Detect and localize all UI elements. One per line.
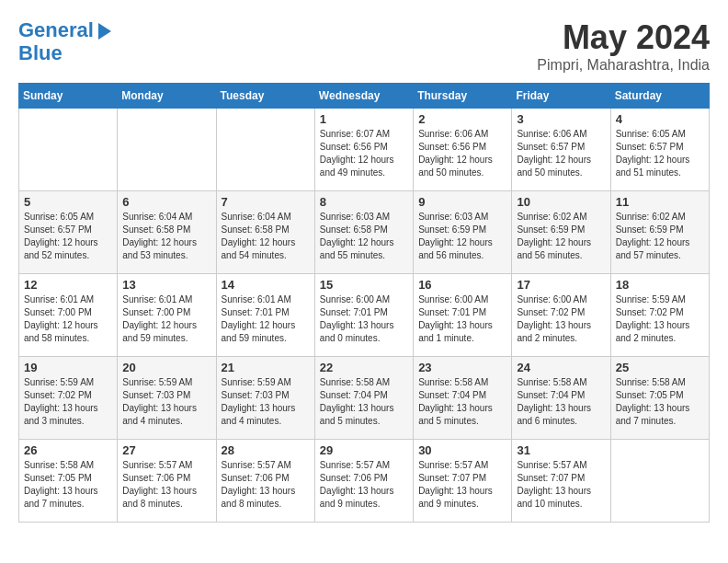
day-number: 27	[122, 443, 210, 457]
day-info: Sunrise: 6:03 AM Sunset: 6:59 PM Dayligh…	[418, 211, 506, 262]
day-number: 25	[616, 361, 704, 374]
calendar-empty-cell	[610, 440, 709, 523]
day-info: Sunrise: 6:04 AM Sunset: 6:58 PM Dayligh…	[122, 211, 210, 262]
logo: General Blue	[18, 18, 111, 65]
calendar-day-12: 12Sunrise: 6:01 AM Sunset: 7:00 PM Dayli…	[19, 274, 118, 357]
page-header: General Blue May 2024 Pimpri, Maharashtr…	[18, 18, 710, 74]
day-number: 13	[122, 278, 210, 292]
day-info: Sunrise: 5:59 AM Sunset: 7:02 PM Dayligh…	[616, 293, 704, 345]
day-number: 4	[616, 112, 704, 126]
day-info: Sunrise: 5:57 AM Sunset: 7:07 PM Dayligh…	[418, 459, 506, 511]
calendar-day-16: 16Sunrise: 6:00 AM Sunset: 7:01 PM Dayli…	[414, 274, 512, 357]
day-number: 16	[418, 278, 506, 292]
header-day-saturday: Saturday	[610, 84, 709, 109]
calendar-day-10: 10Sunrise: 6:02 AM Sunset: 6:59 PM Dayli…	[512, 191, 610, 274]
day-number: 6	[122, 195, 210, 209]
header-day-sunday: Sunday	[19, 84, 118, 109]
location-text: Pimpri, Maharashtra, India	[537, 57, 710, 74]
day-number: 12	[24, 278, 112, 292]
day-info: Sunrise: 5:59 AM Sunset: 7:02 PM Dayligh…	[24, 376, 112, 428]
calendar-day-20: 20Sunrise: 5:59 AM Sunset: 7:03 PM Dayli…	[118, 357, 216, 440]
day-info: Sunrise: 5:57 AM Sunset: 7:06 PM Dayligh…	[122, 459, 210, 511]
day-number: 3	[517, 112, 605, 126]
calendar-day-4: 4Sunrise: 6:05 AM Sunset: 6:57 PM Daylig…	[610, 109, 709, 191]
day-number: 11	[616, 195, 704, 209]
day-number: 23	[418, 361, 506, 374]
day-info: Sunrise: 6:07 AM Sunset: 6:56 PM Dayligh…	[320, 128, 408, 179]
calendar-day-17: 17Sunrise: 6:00 AM Sunset: 7:02 PM Dayli…	[512, 274, 610, 357]
day-number: 14	[222, 278, 310, 292]
calendar-day-31: 31Sunrise: 5:57 AM Sunset: 7:07 PM Dayli…	[512, 440, 610, 523]
calendar-day-30: 30Sunrise: 5:57 AM Sunset: 7:07 PM Dayli…	[414, 440, 512, 523]
day-info: Sunrise: 6:01 AM Sunset: 7:00 PM Dayligh…	[24, 293, 112, 345]
day-number: 18	[616, 278, 704, 292]
calendar-day-1: 1Sunrise: 6:07 AM Sunset: 6:56 PM Daylig…	[314, 109, 413, 191]
logo-arrow-icon	[98, 23, 111, 40]
calendar-week-row: 12Sunrise: 6:01 AM Sunset: 7:00 PM Dayli…	[19, 274, 710, 357]
day-info: Sunrise: 5:57 AM Sunset: 7:06 PM Dayligh…	[320, 459, 408, 511]
calendar-day-6: 6Sunrise: 6:04 AM Sunset: 6:58 PM Daylig…	[118, 191, 216, 274]
day-info: Sunrise: 6:02 AM Sunset: 6:59 PM Dayligh…	[616, 211, 704, 262]
calendar-week-row: 5Sunrise: 6:05 AM Sunset: 6:57 PM Daylig…	[19, 191, 710, 274]
calendar-day-2: 2Sunrise: 6:06 AM Sunset: 6:56 PM Daylig…	[414, 109, 512, 191]
day-number: 9	[418, 195, 506, 209]
calendar-day-9: 9Sunrise: 6:03 AM Sunset: 6:59 PM Daylig…	[414, 191, 512, 274]
day-number: 22	[320, 361, 408, 374]
day-number: 24	[517, 361, 605, 374]
calendar-day-19: 19Sunrise: 5:59 AM Sunset: 7:02 PM Dayli…	[19, 357, 118, 440]
day-number: 2	[418, 112, 506, 126]
calendar-table: SundayMondayTuesdayWednesdayThursdayFrid…	[18, 83, 710, 523]
header-day-wednesday: Wednesday	[314, 84, 413, 109]
day-info: Sunrise: 6:00 AM Sunset: 7:02 PM Dayligh…	[517, 293, 605, 345]
day-info: Sunrise: 5:58 AM Sunset: 7:04 PM Dayligh…	[517, 376, 605, 428]
day-info: Sunrise: 5:58 AM Sunset: 7:05 PM Dayligh…	[616, 376, 704, 428]
calendar-day-14: 14Sunrise: 6:01 AM Sunset: 7:01 PM Dayli…	[216, 274, 314, 357]
day-number: 1	[320, 112, 408, 126]
calendar-empty-cell	[118, 109, 216, 191]
calendar-day-28: 28Sunrise: 5:57 AM Sunset: 7:06 PM Dayli…	[216, 440, 314, 523]
calendar-week-row: 26Sunrise: 5:58 AM Sunset: 7:05 PM Dayli…	[19, 440, 710, 523]
logo-blue: Blue	[18, 41, 111, 64]
day-info: Sunrise: 5:59 AM Sunset: 7:03 PM Dayligh…	[122, 376, 210, 428]
day-info: Sunrise: 5:59 AM Sunset: 7:03 PM Dayligh…	[222, 376, 310, 428]
day-info: Sunrise: 6:00 AM Sunset: 7:01 PM Dayligh…	[418, 293, 506, 345]
calendar-header-row: SundayMondayTuesdayWednesdayThursdayFrid…	[19, 84, 710, 109]
day-number: 20	[122, 361, 210, 374]
day-info: Sunrise: 6:00 AM Sunset: 7:01 PM Dayligh…	[320, 293, 408, 345]
calendar-empty-cell	[19, 109, 118, 191]
day-number: 10	[517, 195, 605, 209]
calendar-day-18: 18Sunrise: 5:59 AM Sunset: 7:02 PM Dayli…	[610, 274, 709, 357]
header-day-friday: Friday	[512, 84, 610, 109]
header-day-thursday: Thursday	[414, 84, 512, 109]
calendar-day-25: 25Sunrise: 5:58 AM Sunset: 7:05 PM Dayli…	[610, 357, 709, 440]
logo-general: General	[18, 18, 94, 41]
calendar-day-7: 7Sunrise: 6:04 AM Sunset: 6:58 PM Daylig…	[216, 191, 314, 274]
month-title: May 2024	[537, 18, 710, 57]
calendar-day-11: 11Sunrise: 6:02 AM Sunset: 6:59 PM Dayli…	[610, 191, 709, 274]
day-info: Sunrise: 6:03 AM Sunset: 6:58 PM Dayligh…	[320, 211, 408, 262]
day-number: 17	[517, 278, 605, 292]
calendar-day-23: 23Sunrise: 5:58 AM Sunset: 7:04 PM Dayli…	[414, 357, 512, 440]
day-info: Sunrise: 6:05 AM Sunset: 6:57 PM Dayligh…	[616, 128, 704, 179]
day-number: 26	[24, 443, 112, 457]
calendar-day-26: 26Sunrise: 5:58 AM Sunset: 7:05 PM Dayli…	[19, 440, 118, 523]
calendar-day-8: 8Sunrise: 6:03 AM Sunset: 6:58 PM Daylig…	[314, 191, 413, 274]
day-info: Sunrise: 5:57 AM Sunset: 7:06 PM Dayligh…	[222, 459, 310, 511]
day-number: 30	[418, 443, 506, 457]
logo-text: General	[18, 18, 94, 41]
day-number: 7	[222, 195, 310, 209]
day-info: Sunrise: 5:58 AM Sunset: 7:04 PM Dayligh…	[320, 376, 408, 428]
day-info: Sunrise: 5:58 AM Sunset: 7:05 PM Dayligh…	[24, 459, 112, 511]
calendar-empty-cell	[216, 109, 314, 191]
day-info: Sunrise: 6:01 AM Sunset: 7:00 PM Dayligh…	[122, 293, 210, 345]
day-number: 19	[24, 361, 112, 374]
calendar-day-15: 15Sunrise: 6:00 AM Sunset: 7:01 PM Dayli…	[314, 274, 413, 357]
day-number: 21	[222, 361, 310, 374]
day-info: Sunrise: 6:02 AM Sunset: 6:59 PM Dayligh…	[517, 211, 605, 262]
title-block: May 2024 Pimpri, Maharashtra, India	[537, 18, 710, 74]
day-number: 15	[320, 278, 408, 292]
calendar-day-22: 22Sunrise: 5:58 AM Sunset: 7:04 PM Dayli…	[314, 357, 413, 440]
calendar-body: 1Sunrise: 6:07 AM Sunset: 6:56 PM Daylig…	[19, 109, 710, 523]
day-info: Sunrise: 6:06 AM Sunset: 6:56 PM Dayligh…	[418, 128, 506, 179]
day-info: Sunrise: 6:05 AM Sunset: 6:57 PM Dayligh…	[24, 211, 112, 262]
